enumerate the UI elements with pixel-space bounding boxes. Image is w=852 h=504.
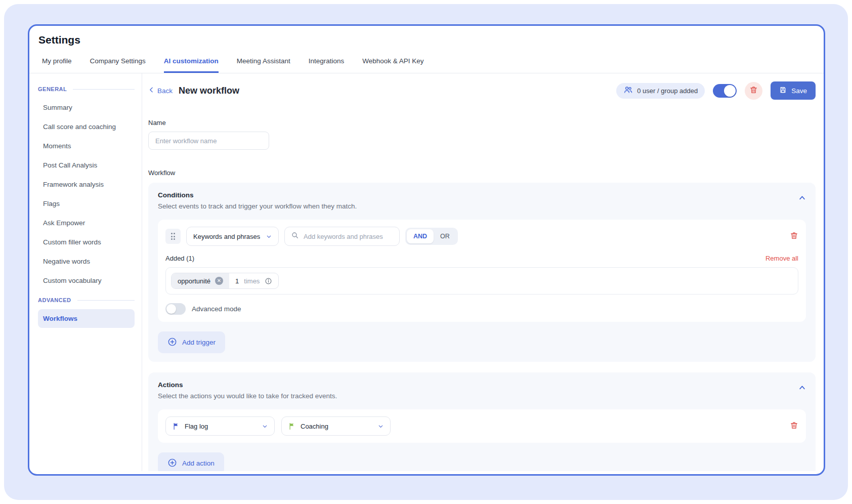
add-trigger-button[interactable]: Add trigger: [158, 331, 225, 353]
sidebar-section-advanced-label: ADVANCED: [38, 297, 71, 303]
remove-keyword-icon[interactable]: ✕: [215, 277, 223, 285]
chevron-down-icon: [266, 234, 272, 239]
sidebar-item-custom-filler-words[interactable]: Custom filler words: [38, 233, 135, 251]
action-target-value: Coaching: [301, 423, 328, 430]
add-trigger-label: Add trigger: [182, 339, 216, 346]
plus-circle-icon: [167, 458, 177, 469]
action-panel: Flag log Coaching: [158, 409, 806, 443]
flag-icon: [173, 423, 180, 430]
sidebar-item-call-score-and-coaching[interactable]: Call score and coaching: [38, 117, 135, 136]
tab-ai-customization[interactable]: AI customization: [164, 57, 219, 73]
workflow-section-label: Workflow: [148, 169, 816, 177]
name-field-label: Name: [148, 119, 816, 127]
toggle-knob: [724, 85, 736, 97]
keyword-chip: opportunité ✕ 1 times: [171, 273, 279, 289]
delete-trigger-button[interactable]: [790, 231, 798, 242]
action-row: Flag log Coaching: [165, 416, 798, 436]
search-icon: [291, 231, 299, 241]
tab-webhook-api-key[interactable]: Webhook & API Key: [362, 57, 423, 73]
delete-action-button[interactable]: [790, 421, 798, 432]
drag-dots: [171, 233, 176, 240]
keywords-search-box: [284, 227, 400, 246]
users-icon: [623, 85, 633, 96]
divider: [77, 300, 135, 301]
remove-all-button[interactable]: Remove all: [765, 255, 798, 262]
toggle-knob: [166, 304, 176, 314]
sidebar-item-moments[interactable]: Moments: [38, 137, 135, 155]
back-button[interactable]: Back: [148, 87, 173, 95]
and-button[interactable]: AND: [407, 229, 434, 243]
added-count-label: Added (1): [165, 255, 194, 262]
trigger-type-select[interactable]: Keywords and phrases: [186, 227, 279, 246]
tab-my-profile[interactable]: My profile: [42, 57, 72, 73]
advanced-mode-label: Advanced mode: [192, 305, 241, 313]
sidebar-item-framework-analysis[interactable]: Framework analysis: [38, 175, 135, 194]
plus-circle-icon: [167, 337, 177, 348]
users-group-pill[interactable]: 0 user / group added: [616, 83, 705, 99]
action-type-select[interactable]: Flag log: [165, 416, 275, 436]
keyword-count-value[interactable]: 1: [235, 277, 239, 285]
sidebar-item-post-call-analysis[interactable]: Post Call Analysis: [38, 156, 135, 175]
sidebar-item-workflows[interactable]: Workflows: [38, 309, 135, 328]
sidebar-item-flags[interactable]: Flags: [38, 194, 135, 213]
conditions-subtitle: Select events to track and trigger your …: [158, 202, 357, 210]
workflow-name-input[interactable]: [148, 132, 269, 150]
trigger-row: Keywords and phrases AND: [165, 227, 798, 246]
chevron-down-icon: [262, 424, 268, 429]
actions-title: Actions: [158, 381, 337, 389]
chevron-up-icon: [798, 195, 806, 203]
page-title: Settings: [29, 26, 824, 46]
conditions-title: Conditions: [158, 191, 357, 199]
conditions-card: Conditions Select events to track and tr…: [148, 183, 816, 362]
workflow-title: New workflow: [179, 86, 239, 96]
workflow-enabled-toggle[interactable]: [713, 84, 737, 98]
keyword-chip-text: opportunité: [178, 277, 210, 285]
sidebar-item-custom-vocabulary[interactable]: Custom vocabulary: [38, 271, 135, 290]
trash-icon: [749, 86, 758, 96]
back-label: Back: [157, 87, 173, 95]
sidebar-section-general-label: GENERAL: [38, 86, 67, 92]
actions-collapse-button[interactable]: [798, 384, 806, 394]
chevron-up-icon: [798, 385, 806, 393]
keywords-search-input[interactable]: [304, 233, 393, 240]
chevron-down-icon: [378, 424, 384, 429]
divider: [73, 89, 135, 90]
trash-icon: [790, 421, 798, 432]
save-button[interactable]: Save: [771, 81, 816, 100]
sidebar-item-ask-empower[interactable]: Ask Empower: [38, 214, 135, 232]
workflow-editor: Back New workflow 0 user / group added: [142, 73, 824, 471]
conditions-collapse-button[interactable]: [798, 194, 806, 204]
action-type-value: Flag log: [185, 423, 208, 430]
users-pill-label: 0 user / group added: [637, 87, 698, 95]
tab-meeting-assistant[interactable]: Meeting Assistant: [237, 57, 290, 73]
save-label: Save: [791, 87, 807, 95]
tab-company-settings[interactable]: Company Settings: [90, 57, 146, 73]
actions-card: Actions Select the actions you would lik…: [148, 372, 816, 471]
settings-window: Settings My profile Company Settings AI …: [28, 24, 825, 476]
info-icon[interactable]: [265, 277, 272, 285]
sidebar-item-summary[interactable]: Summary: [38, 98, 135, 117]
advanced-mode-row: Advanced mode: [165, 303, 798, 315]
advanced-mode-toggle[interactable]: [165, 303, 186, 315]
tab-integrations[interactable]: Integrations: [309, 57, 345, 73]
add-action-button[interactable]: Add action: [158, 452, 224, 471]
and-or-segmented-control: AND OR: [405, 228, 458, 245]
save-icon: [779, 86, 787, 95]
workflow-toolbar: Back New workflow 0 user / group added: [148, 81, 816, 100]
delete-workflow-button[interactable]: [745, 82, 762, 100]
flag-icon: [288, 423, 296, 430]
settings-sidebar: GENERAL Summary Call score and coaching …: [29, 73, 142, 471]
drag-handle-icon[interactable]: [165, 229, 181, 244]
sidebar-section-general: GENERAL: [38, 86, 135, 95]
sidebar-item-negative-words[interactable]: Negative words: [38, 252, 135, 271]
actions-subtitle: Select the actions you would like to tak…: [158, 392, 337, 400]
add-action-label: Add action: [182, 459, 215, 467]
action-target-select[interactable]: Coaching: [281, 416, 391, 436]
trigger-panel: Keywords and phrases AND: [158, 220, 806, 322]
trash-icon: [790, 231, 798, 242]
added-row: Added (1) Remove all: [165, 255, 798, 262]
keyword-chips-container: opportunité ✕ 1 times: [165, 267, 798, 295]
settings-tabs: My profile Company Settings AI customiza…: [29, 57, 824, 73]
or-button[interactable]: OR: [434, 229, 456, 243]
times-label: times: [244, 277, 260, 285]
